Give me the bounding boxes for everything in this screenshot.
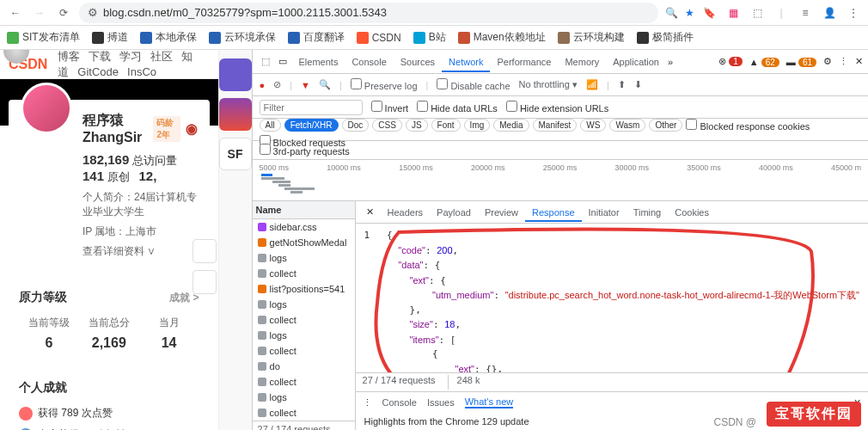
drawer-tab[interactable]: Console <box>382 397 417 408</box>
bookmark-item[interactable]: 本地承保 <box>140 30 197 45</box>
request-row[interactable]: collect <box>253 266 355 281</box>
request-row[interactable]: sidebar.css <box>253 219 355 235</box>
devtools-tab[interactable]: Sources <box>394 53 442 71</box>
type-filter[interactable]: Img <box>464 119 491 132</box>
type-filter[interactable]: Manifest <box>533 119 578 132</box>
throttle-select[interactable]: No throttling ▾ <box>519 79 578 90</box>
rec-item-1[interactable] <box>219 58 252 91</box>
back-button[interactable]: ← <box>7 4 24 22</box>
bookmark-item[interactable]: 云环境构建 <box>558 30 625 45</box>
type-filter[interactable]: Other <box>649 119 682 132</box>
error-badge[interactable]: ⊗ 1 <box>718 56 743 67</box>
request-row[interactable]: logs <box>253 297 355 312</box>
devtools-tab[interactable]: Elements <box>292 53 345 71</box>
avatar[interactable] <box>21 83 72 134</box>
nav-item[interactable]: 社区 <box>150 50 173 63</box>
type-filter[interactable]: JS <box>406 119 428 132</box>
nav-item[interactable]: InsCo <box>127 65 156 78</box>
inspect-icon[interactable]: ⬚ <box>258 56 273 67</box>
detail-tab[interactable]: Response <box>525 205 582 222</box>
drawer-toggle-icon[interactable]: ⋮ <box>363 397 372 408</box>
bookmark-icon[interactable]: 🔖 <box>701 5 717 21</box>
address-bar[interactable]: ⚙ blog.csdn.net/m0_70325779?spm=1000.211… <box>79 3 658 23</box>
float-btn-2[interactable] <box>193 270 217 294</box>
request-row[interactable]: list?positions=541 <box>253 281 355 297</box>
nav-item[interactable]: GitCode <box>77 65 119 78</box>
bookmark-star-icon[interactable]: ★ <box>685 7 694 19</box>
search-net-icon[interactable]: 🔍 <box>319 79 331 90</box>
more-tabs-icon[interactable]: » <box>668 57 673 67</box>
site-info-icon[interactable]: ⚙ <box>88 6 98 19</box>
nav-item[interactable]: 博客 <box>58 50 80 63</box>
reading-list-icon[interactable]: ≡ <box>798 5 813 21</box>
detail-tab[interactable]: Headers <box>381 205 431 220</box>
bookmark-item[interactable]: 百度翻译 <box>288 30 345 45</box>
type-filter[interactable]: WS <box>580 119 606 132</box>
request-row[interactable]: logs <box>253 250 355 266</box>
bookmark-item[interactable]: 搏道 <box>92 30 128 45</box>
bookmark-item[interactable]: Maven依赖地址 <box>458 30 546 45</box>
drawer-tab[interactable]: What's new <box>465 396 514 408</box>
detail-tab[interactable]: Preview <box>478 205 525 220</box>
devtools-tab[interactable]: Performance <box>490 53 558 71</box>
blocked-resp-checkbox[interactable]: Blocked response cookies <box>686 119 810 132</box>
detail-tab[interactable]: Timing <box>627 205 669 220</box>
third-party-checkbox[interactable]: 3rd-party requests <box>260 144 350 157</box>
float-btn-1[interactable] <box>193 239 217 263</box>
upload-icon[interactable]: ⬆ <box>618 79 626 90</box>
type-filter[interactable]: Fetch/XHR <box>284 119 339 132</box>
refresh-button[interactable]: ⟳ <box>55 4 72 22</box>
bookmark-item[interactable]: CSDN <box>357 32 401 44</box>
hide-data-checkbox[interactable]: Hide data URLs <box>417 101 498 114</box>
drawer-tab[interactable]: Issues <box>427 397 455 408</box>
request-row[interactable]: collect <box>253 374 355 390</box>
name-header[interactable]: Name <box>253 201 355 219</box>
warn-badge-2[interactable]: ▬ 61 <box>786 57 816 67</box>
bookmark-item[interactable]: 极简插件 <box>637 30 694 45</box>
more-icon[interactable]: ⋮ <box>839 56 848 67</box>
request-row[interactable]: collect <box>253 312 355 328</box>
request-row[interactable]: getNotShowMedal <box>253 235 355 250</box>
ext-icon-1[interactable]: ▦ <box>725 5 741 21</box>
close-devtools-icon[interactable]: ✕ <box>855 56 863 67</box>
detail-link[interactable]: 查看详细资料 ∨ <box>83 244 198 259</box>
nav-item[interactable]: 学习 <box>119 50 142 63</box>
profile-icon[interactable]: 👤 <box>822 5 837 21</box>
close-detail-icon[interactable]: ✕ <box>361 204 379 220</box>
record-icon[interactable]: ● <box>260 80 266 90</box>
request-row[interactable]: collect <box>253 405 355 421</box>
request-row[interactable]: do <box>253 359 355 374</box>
ext-icon-2[interactable]: ⬚ <box>749 5 765 21</box>
request-row[interactable]: collect <box>253 343 355 359</box>
response-body[interactable]: 1 { "code": 200, "data": { "ext": { "utm… <box>356 224 868 372</box>
type-filter[interactable]: All <box>260 119 281 132</box>
type-filter[interactable]: Media <box>493 119 529 132</box>
devtools-tab[interactable]: Application <box>606 53 666 71</box>
clear-icon[interactable]: ⊘ <box>273 79 281 90</box>
preserve-log-checkbox[interactable]: Preserve log <box>351 78 418 91</box>
filter-input[interactable] <box>260 100 363 115</box>
type-filter[interactable]: CSS <box>372 119 402 132</box>
disable-cache-checkbox[interactable]: Disable cache <box>437 78 510 91</box>
timeline[interactable]: 5000 ms10000 ms15000 ms20000 ms25000 ms3… <box>253 160 868 201</box>
detail-tab[interactable]: Cookies <box>668 205 716 220</box>
request-row[interactable]: logs <box>253 390 355 405</box>
type-filter[interactable]: Doc <box>342 119 370 132</box>
bookmark-item[interactable]: 云环境承保 <box>209 30 276 45</box>
devtools-tab[interactable]: Network <box>442 53 490 72</box>
forward-button[interactable]: → <box>31 4 48 22</box>
wifi-icon[interactable]: 📶 <box>586 79 598 90</box>
download-icon[interactable]: ⬇ <box>634 79 642 90</box>
bookmark-item[interactable]: B站 <box>413 30 446 45</box>
warn-badge-1[interactable]: ▲ 62 <box>749 57 779 67</box>
detail-tab[interactable]: Initiator <box>582 205 627 220</box>
devtools-tab[interactable]: Memory <box>558 53 606 71</box>
filter-toggle-icon[interactable]: ▼ <box>301 80 310 90</box>
menu-icon[interactable]: ⋮ <box>846 5 861 21</box>
detail-tab[interactable]: Payload <box>430 205 478 220</box>
search-icon[interactable]: 🔍 <box>665 7 678 19</box>
type-filter[interactable]: Wasm <box>609 119 645 132</box>
settings-icon[interactable]: ⚙ <box>823 56 832 67</box>
devtools-tab[interactable]: Console <box>345 53 393 71</box>
bookmark-item[interactable]: SIT发布清单 <box>7 30 80 45</box>
